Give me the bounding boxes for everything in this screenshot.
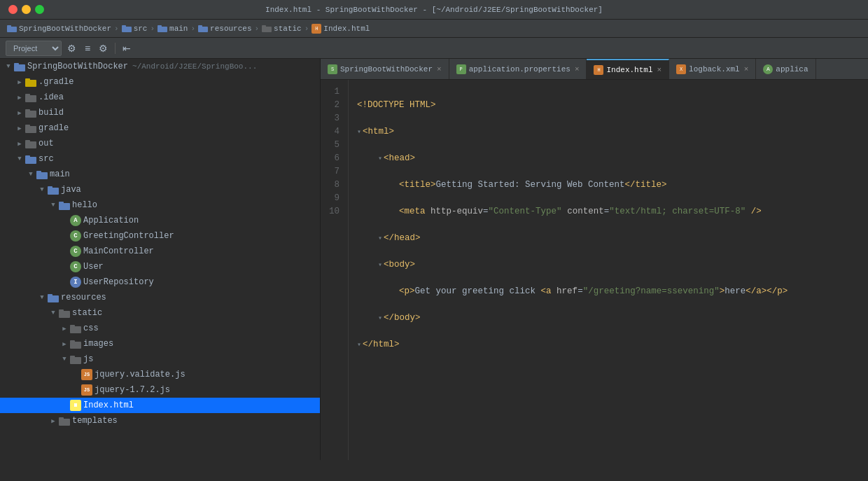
code-line-1: <!DOCTYPE HTML> <box>357 99 860 112</box>
svg-rect-25 <box>36 171 41 173</box>
breadcrumb-item[interactable]: SpringBootWithDocker <box>7 25 111 33</box>
folder-icon-main <box>36 169 48 180</box>
code-line-2: ▾<html> <box>357 125 860 139</box>
tab-logback-xml[interactable]: X logback.xml × <box>669 59 756 79</box>
project-select[interactable]: Project <box>6 41 62 56</box>
html-icon: H <box>312 24 321 34</box>
js-icon-validate: JS <box>81 369 92 380</box>
svg-rect-24 <box>36 172 48 179</box>
svg-rect-27 <box>48 186 52 188</box>
tab-application-properties[interactable]: P application.properties × <box>449 59 587 79</box>
tree-item-out[interactable]: ▶ out <box>0 136 320 151</box>
tree-root[interactable]: ▼ SpringBootWithDocker ~/Android/J2EE/Sp… <box>0 59 320 74</box>
tab-label: SpringBootWithDocker <box>340 65 433 74</box>
breadcrumb-item[interactable]: main <box>158 25 188 33</box>
tree-item-gradle[interactable]: ▶ .gradle <box>0 74 320 90</box>
breadcrumb-file: Index.html <box>323 25 370 33</box>
project-tree[interactable]: ▼ SpringBootWithDocker ~/Android/J2EE/Sp… <box>0 59 321 460</box>
breadcrumb-item[interactable]: resources <box>198 25 251 33</box>
tree-arrow: ▶ <box>59 340 70 348</box>
svg-rect-16 <box>25 111 36 118</box>
tree-item-idea[interactable]: ▶ .idea <box>0 90 320 105</box>
tree-item-hello[interactable]: ▼ hello <box>0 197 320 213</box>
tree-label: templates <box>72 416 118 426</box>
tree-item-main[interactable]: ▼ main <box>0 167 320 182</box>
tab-close-button[interactable]: × <box>657 66 662 74</box>
code-line-3: ▾<head> <box>357 152 860 165</box>
app-tab-icon: A <box>763 64 773 74</box>
gear-button[interactable]: ⚙ <box>96 41 111 56</box>
tree-item-gradle2[interactable]: ▶ gradle <box>0 120 320 136</box>
tree-item-js[interactable]: ▼ js <box>0 351 320 367</box>
breadcrumb-root: SpringBootWithDocker <box>19 25 111 33</box>
tab-applica[interactable]: A applica <box>756 59 816 79</box>
svg-rect-13 <box>25 78 30 81</box>
tree-item-jq-validate[interactable]: ▶ JS jquery.validate.js <box>0 367 320 382</box>
tree-item-index-html[interactable]: ▶ H Index.html <box>0 398 320 413</box>
close-button[interactable] <box>8 5 18 14</box>
tab-close-button[interactable]: × <box>437 65 442 74</box>
tree-label: GreetingController <box>83 231 174 241</box>
line-numbers: 1 2 3 4 5 6 7 8 9 10 <box>321 80 349 460</box>
tree-label: hello <box>72 200 97 210</box>
breadcrumb-resources: resources <box>210 25 251 33</box>
class-icon-user: C <box>70 261 81 272</box>
tree-label: src <box>38 154 54 164</box>
breadcrumb-item[interactable]: H Index.html <box>312 24 370 34</box>
code-editor[interactable]: 1 2 3 4 5 6 7 8 9 10 <!DOCTYPE HTML> ▾<h… <box>321 80 868 460</box>
code-line-5: <meta http-equiv="Content-Type" content=… <box>357 205 860 218</box>
svg-rect-22 <box>25 157 36 164</box>
breadcrumb-src: src <box>134 25 148 33</box>
tree-item-images[interactable]: ▶ images <box>0 336 320 351</box>
tab-close-button[interactable]: × <box>744 65 749 74</box>
tree-label: out <box>38 139 54 148</box>
tab-springbootwithdocker[interactable]: S SpringBootWithDocker × <box>321 59 449 79</box>
settings-button[interactable]: ⚙ <box>64 41 79 56</box>
tree-item-src[interactable]: ▼ src <box>0 151 320 167</box>
tree-item-java[interactable]: ▼ java <box>0 182 320 197</box>
tree-item-static[interactable]: ▼ static <box>0 305 320 321</box>
code-line-7: ▾<body> <box>357 258 860 272</box>
folder-icon-root <box>14 61 25 72</box>
layout-button[interactable]: ≡ <box>82 41 93 56</box>
tab-close-button[interactable]: × <box>575 65 580 74</box>
tree-item-templates[interactable]: ▶ templates <box>0 413 320 428</box>
tree-label: java <box>61 185 81 195</box>
breadcrumb-item[interactable]: src <box>122 25 148 33</box>
tab-label: application.properties <box>469 65 570 74</box>
tree-item-main-controller[interactable]: ▶ C MainController <box>0 244 320 259</box>
collapse-button[interactable]: ⇤ <box>120 41 134 56</box>
minimize-button[interactable] <box>22 5 31 14</box>
tree-item-user[interactable]: ▶ C User <box>0 259 320 274</box>
html-icon-index: H <box>70 400 81 411</box>
tree-item-jq-172[interactable]: ▶ JS jquery-1.7.2.js <box>0 382 320 398</box>
maximize-button[interactable] <box>35 5 44 14</box>
folder-icon-static <box>59 307 70 319</box>
svg-rect-34 <box>70 326 81 333</box>
folder-icon-resources <box>48 292 59 303</box>
prop-icon: P <box>456 64 466 74</box>
breadcrumb-item[interactable]: static <box>262 25 302 33</box>
tree-label: .idea <box>38 92 64 102</box>
tree-item-application[interactable]: ▶ A Application <box>0 213 320 228</box>
tree-arrow: ▼ <box>59 356 70 363</box>
tree-item-greeting-controller[interactable]: ▶ C GreetingController <box>0 228 320 244</box>
tab-index-html[interactable]: H Index.html × <box>587 59 669 79</box>
tree-arrow: ▶ <box>59 325 70 333</box>
svg-rect-17 <box>25 109 30 111</box>
folder-icon-gradle <box>25 76 36 88</box>
tree-label: UserRepository <box>83 277 154 287</box>
code-line-8: <p>Get your greeting click <a href="/gre… <box>357 285 860 298</box>
tree-item-user-repository[interactable]: ▶ I UserRepository <box>0 274 320 290</box>
code-content[interactable]: <!DOCTYPE HTML> ▾<html> ▾<head> <title>G… <box>349 80 868 460</box>
tree-item-build[interactable]: ▶ build <box>0 105 320 120</box>
folder-icon-src <box>25 153 36 165</box>
tree-item-resources[interactable]: ▼ resources <box>0 290 320 305</box>
tree-arrow: ▼ <box>48 202 59 209</box>
tree-arrow: ▶ <box>14 78 25 86</box>
tree-label: gradle <box>38 123 69 133</box>
tree-root-label: SpringBootWithDocker <box>27 62 128 71</box>
svg-rect-35 <box>70 325 75 327</box>
tree-item-css[interactable]: ▶ css <box>0 321 320 336</box>
tree-label: images <box>83 339 113 349</box>
